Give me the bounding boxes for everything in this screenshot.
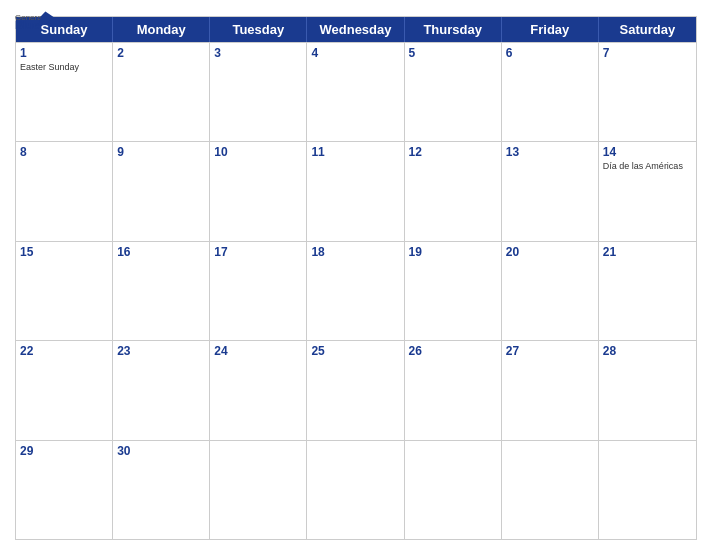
- day-cell: 4: [307, 43, 404, 141]
- day-cell: 11: [307, 142, 404, 240]
- day-number: 20: [506, 245, 594, 259]
- day-cell: 15: [16, 242, 113, 340]
- day-header-wednesday: Wednesday: [307, 17, 404, 42]
- day-headers: SundayMondayTuesdayWednesdayThursdayFrid…: [16, 17, 696, 42]
- day-number: 12: [409, 145, 497, 159]
- day-cell: 6: [502, 43, 599, 141]
- day-number: 8: [20, 145, 108, 159]
- day-number: 24: [214, 344, 302, 358]
- day-number: 17: [214, 245, 302, 259]
- svg-text:Blue: Blue: [15, 19, 39, 31]
- day-cell: 1Easter Sunday: [16, 43, 113, 141]
- day-number: 16: [117, 245, 205, 259]
- page: General Blue SundayMondayTuesdayWednesda…: [0, 0, 712, 550]
- day-cell: 17: [210, 242, 307, 340]
- day-number: 18: [311, 245, 399, 259]
- weeks: 1Easter Sunday234567891011121314Día de l…: [16, 42, 696, 539]
- day-cell: 5: [405, 43, 502, 141]
- day-header-thursday: Thursday: [405, 17, 502, 42]
- day-cell: 22: [16, 341, 113, 439]
- day-cell: 30: [113, 441, 210, 539]
- day-cell: [599, 441, 696, 539]
- day-number: 28: [603, 344, 692, 358]
- day-cell: 25: [307, 341, 404, 439]
- day-cell: [502, 441, 599, 539]
- day-number: 5: [409, 46, 497, 60]
- day-number: 6: [506, 46, 594, 60]
- day-cell: 24: [210, 341, 307, 439]
- day-cell: 3: [210, 43, 307, 141]
- day-number: 23: [117, 344, 205, 358]
- day-number: 3: [214, 46, 302, 60]
- day-number: 15: [20, 245, 108, 259]
- day-number: 2: [117, 46, 205, 60]
- week-row-5: 2930: [16, 440, 696, 539]
- day-cell: 10: [210, 142, 307, 240]
- day-cell: 8: [16, 142, 113, 240]
- day-cell: [210, 441, 307, 539]
- day-header-tuesday: Tuesday: [210, 17, 307, 42]
- day-cell: 29: [16, 441, 113, 539]
- day-cell: 7: [599, 43, 696, 141]
- day-cell: 28: [599, 341, 696, 439]
- day-cell: 12: [405, 142, 502, 240]
- day-cell: 20: [502, 242, 599, 340]
- day-cell: 23: [113, 341, 210, 439]
- calendar: SundayMondayTuesdayWednesdayThursdayFrid…: [15, 16, 697, 540]
- day-number: 14: [603, 145, 692, 159]
- day-number: 27: [506, 344, 594, 358]
- week-row-4: 22232425262728: [16, 340, 696, 439]
- day-cell: 14Día de las Américas: [599, 142, 696, 240]
- week-row-2: 891011121314Día de las Américas: [16, 141, 696, 240]
- day-number: 21: [603, 245, 692, 259]
- day-number: 26: [409, 344, 497, 358]
- day-number: 10: [214, 145, 302, 159]
- day-number: 4: [311, 46, 399, 60]
- day-number: 11: [311, 145, 399, 159]
- day-cell: 9: [113, 142, 210, 240]
- day-cell: [405, 441, 502, 539]
- day-number: 9: [117, 145, 205, 159]
- day-cell: 16: [113, 242, 210, 340]
- day-number: 19: [409, 245, 497, 259]
- day-cell: 27: [502, 341, 599, 439]
- logo: General Blue: [15, 10, 55, 38]
- day-header-monday: Monday: [113, 17, 210, 42]
- day-number: 1: [20, 46, 108, 60]
- day-header-saturday: Saturday: [599, 17, 696, 42]
- day-cell: 13: [502, 142, 599, 240]
- week-row-1: 1Easter Sunday234567: [16, 42, 696, 141]
- day-number: 29: [20, 444, 108, 458]
- week-row-3: 15161718192021: [16, 241, 696, 340]
- day-number: 7: [603, 46, 692, 60]
- day-cell: [307, 441, 404, 539]
- holiday-label: Easter Sunday: [20, 62, 108, 73]
- logo-bird-icon: General Blue: [15, 10, 55, 38]
- day-header-friday: Friday: [502, 17, 599, 42]
- day-cell: 21: [599, 242, 696, 340]
- day-number: 22: [20, 344, 108, 358]
- day-number: 30: [117, 444, 205, 458]
- holiday-label: Día de las Américas: [603, 161, 692, 172]
- day-number: 13: [506, 145, 594, 159]
- day-cell: 2: [113, 43, 210, 141]
- day-cell: 26: [405, 341, 502, 439]
- day-cell: 18: [307, 242, 404, 340]
- day-number: 25: [311, 344, 399, 358]
- day-cell: 19: [405, 242, 502, 340]
